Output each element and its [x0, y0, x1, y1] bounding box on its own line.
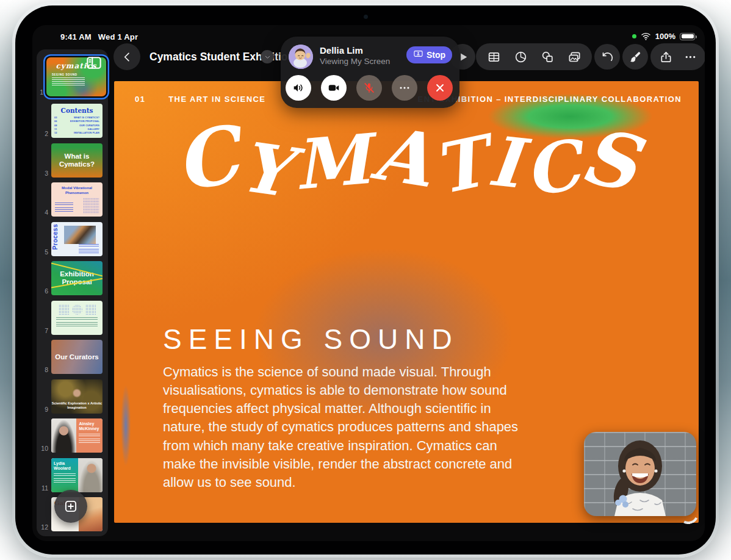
slide-eyebrow-left[interactable]: THE ART IN SCIENCE — [168, 95, 265, 104]
slide-thumbnail-11[interactable]: Lydia Woolard — [51, 458, 103, 492]
undo-icon — [600, 50, 614, 64]
status-time: 9:41 AM — [60, 32, 92, 41]
thumb-photo — [64, 226, 96, 244]
stop-sharing-button[interactable]: Stop — [406, 46, 452, 63]
slide-thumbnail-8[interactable]: Our Curators — [51, 340, 103, 374]
share-button[interactable] — [657, 46, 675, 67]
battery-percent: 100% — [655, 32, 675, 41]
chevron-down-icon — [264, 53, 272, 61]
speaker-icon — [292, 81, 305, 95]
camera-icon — [327, 81, 340, 95]
format-button[interactable] — [622, 44, 648, 70]
shapes-icon — [541, 50, 555, 64]
insert-toolbar-group — [476, 43, 592, 70]
pattern-graphic — [83, 198, 99, 214]
slide-body-text[interactable]: Cymatics is the science of sound made vi… — [163, 363, 522, 492]
slide-number: 3 — [39, 170, 48, 178]
thumb-contents-title: Contents — [61, 107, 93, 114]
slide-thumbnail-5[interactable]: Process — [51, 222, 103, 256]
slide-title-letter: A — [368, 110, 438, 204]
slide-title-letter: I — [484, 121, 525, 204]
participant-video-person — [584, 432, 696, 516]
chart-icon — [514, 50, 528, 64]
slide-page-number[interactable]: 01 — [135, 95, 145, 104]
status-bar-right: 100% — [632, 32, 695, 41]
format-brush-icon — [628, 50, 643, 64]
actions-toolbar-group — [650, 43, 705, 70]
screen-share-icon — [413, 49, 423, 61]
slide-row: 9Scientific Exploration x Artistic Imagi… — [37, 379, 106, 414]
more-icon — [398, 81, 411, 95]
chevron-left-icon — [120, 50, 134, 64]
close-icon — [433, 81, 447, 95]
slide-row: 10Ainsley McKinney — [37, 418, 106, 453]
slide-row: 8Our Curators — [37, 340, 106, 374]
slide-title-letter: Y — [236, 126, 295, 212]
facetime-shareplay-overlay: Dellia Lim Viewing My Screen Stop — [281, 37, 459, 108]
slide-thumbnail-3[interactable]: What is Cymatics? — [51, 143, 103, 178]
slide-row: 5Process — [37, 222, 106, 256]
slide-number: 8 — [39, 366, 48, 374]
mute-button[interactable] — [356, 75, 382, 101]
slide-number: 4 — [39, 209, 48, 217]
ipad-bezel: 9:41 AM Wed 1 Apr 100% Cymatics Student … — [15, 5, 716, 555]
slide-heading[interactable]: SEEING SOUND — [163, 323, 459, 356]
slide-navigator: 1cymaticsSEEING SOUND2Contents03WHAT IS … — [37, 49, 108, 536]
slide-number: 11 — [39, 484, 48, 492]
participant-name: Dellia Lim — [320, 45, 363, 56]
slide-title-letter: S — [574, 110, 646, 208]
mic-off-icon — [362, 81, 376, 95]
screen-share-icon — [413, 49, 423, 59]
call-more-button[interactable] — [392, 75, 417, 101]
thumb-photo — [51, 418, 76, 453]
slide-title-letter: C — [520, 124, 585, 211]
insert-chart-button[interactable] — [511, 46, 530, 67]
insert-table-button[interactable] — [484, 46, 503, 67]
camera-button[interactable] — [321, 75, 347, 101]
slide-title-letter: T — [427, 121, 494, 210]
more-button[interactable] — [681, 46, 699, 67]
green-dot-icon — [632, 34, 636, 38]
slide-title[interactable]: CYMATICS — [114, 113, 699, 259]
ipad-device-frame: 9:41 AM Wed 1 Apr 100% Cymatics Student … — [12, 2, 719, 558]
end-call-button[interactable] — [427, 75, 453, 101]
slide-title-letter: C — [168, 108, 245, 209]
facetime-pip-video[interactable] — [584, 432, 696, 516]
slide-row: 2Contents03WHAT IS CYMATICS?06EXHIBITION… — [37, 104, 106, 138]
battery-icon — [680, 33, 695, 40]
slide-row: 7 — [37, 301, 106, 335]
insert-media-button[interactable] — [565, 46, 583, 67]
slide-title-letter: M — [291, 119, 373, 205]
marketing-background: 9:41 AM Wed 1 Apr 100% Cymatics Student … — [0, 0, 731, 560]
slide-row: 11Lydia Woolard — [37, 458, 106, 492]
slide-thumbnail-2[interactable]: Contents03WHAT IS CYMATICS?06EXHIBITION … — [51, 104, 103, 138]
shareplay-status: Viewing My Screen — [320, 57, 390, 66]
wifi-icon — [641, 32, 651, 41]
insert-shape-button[interactable] — [538, 46, 556, 67]
slide-row: 3What is Cymatics? — [37, 143, 106, 178]
front-camera — [364, 15, 368, 19]
speaker-button[interactable] — [286, 75, 311, 101]
slide-number: 9 — [39, 406, 48, 414]
memoji-avatar — [289, 45, 313, 69]
slide-thumbnail-9[interactable]: Scientific Exploration x Artistic Imagin… — [51, 379, 103, 414]
slide-number: 5 — [39, 248, 48, 256]
slide-thumbnail-7[interactable] — [51, 301, 103, 335]
slide-number: 10 — [39, 445, 48, 453]
undo-button[interactable] — [594, 44, 620, 70]
slide-thumbnail-10[interactable]: Ainsley McKinney — [51, 418, 103, 453]
share-icon — [659, 50, 673, 64]
slide-thumbnail-6[interactable]: Exhibition Proposal — [51, 261, 103, 295]
title-menu-button[interactable] — [261, 50, 274, 63]
sidebar-toggle-icon[interactable] — [85, 54, 103, 72]
contents-item: 12INSTALLATION PLAN — [54, 131, 99, 135]
slide-thumbnail-4[interactable]: Modal Vibrational Phenomenon — [51, 182, 103, 217]
stop-label: Stop — [427, 50, 445, 60]
thumb-photo — [78, 458, 103, 492]
table-icon — [487, 50, 501, 64]
more-icon — [683, 50, 697, 64]
slide-number: 6 — [39, 287, 48, 295]
status-bar-left: 9:41 AM Wed 1 Apr — [60, 32, 138, 41]
back-button[interactable] — [113, 43, 140, 70]
add-slide-button[interactable] — [54, 490, 87, 523]
